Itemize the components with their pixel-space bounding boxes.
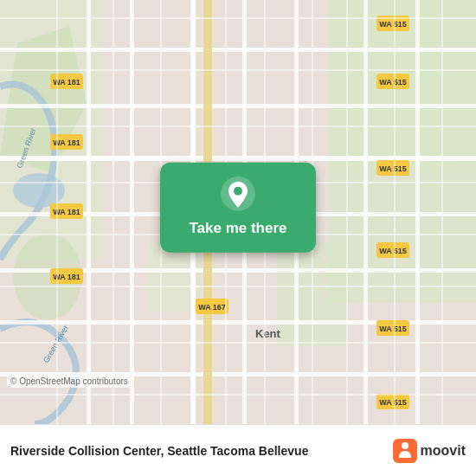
svg-rect-53 — [0, 125, 476, 127]
svg-rect-52 — [0, 69, 476, 71]
svg-rect-57 — [0, 342, 476, 344]
svg-rect-59 — [56, 0, 58, 424]
map-attribution: © OpenStreetMap contributors — [7, 375, 132, 388]
svg-text:Kent: Kent — [255, 327, 281, 340]
svg-text:WA 515: WA 515 — [379, 164, 407, 173]
location-pin-icon — [219, 175, 257, 213]
svg-text:WA 515: WA 515 — [379, 78, 407, 87]
place-name: Riverside Collision Center, Seattle Taco… — [10, 444, 393, 458]
take-me-there-label: Take me there — [189, 220, 286, 237]
svg-text:WA 515: WA 515 — [379, 20, 407, 29]
svg-point-69 — [234, 187, 242, 196]
moovit-brand-text: moovit — [421, 443, 466, 459]
svg-rect-2 — [329, 173, 476, 303]
svg-rect-67 — [441, 0, 443, 424]
svg-rect-16 — [130, 0, 134, 424]
svg-rect-56 — [0, 286, 476, 287]
svg-rect-22 — [87, 0, 91, 424]
map-container: WA 167 WA 167 WA 515 WA 515 WA 515 WA 51… — [0, 0, 476, 424]
svg-rect-60 — [113, 0, 114, 424]
svg-point-71 — [402, 442, 408, 449]
svg-text:WA 515: WA 515 — [379, 398, 407, 407]
svg-rect-51 — [0, 17, 476, 19]
bottom-bar: Riverside Collision Center, Seattle Taco… — [0, 424, 476, 476]
svg-rect-66 — [394, 0, 396, 424]
svg-rect-10 — [0, 104, 476, 108]
svg-rect-21 — [415, 0, 420, 424]
svg-text:WA 515: WA 515 — [379, 247, 407, 255]
moovit-brand-icon — [393, 439, 417, 463]
svg-text:WA 515: WA 515 — [379, 325, 407, 333]
svg-rect-20 — [363, 0, 368, 424]
moovit-logo: moovit — [393, 439, 466, 463]
svg-text:WA 167: WA 167 — [198, 303, 226, 312]
svg-rect-65 — [346, 0, 348, 424]
svg-rect-9 — [0, 48, 476, 52]
take-me-there-button[interactable]: Take me there — [160, 163, 316, 253]
svg-rect-58 — [0, 394, 476, 396]
